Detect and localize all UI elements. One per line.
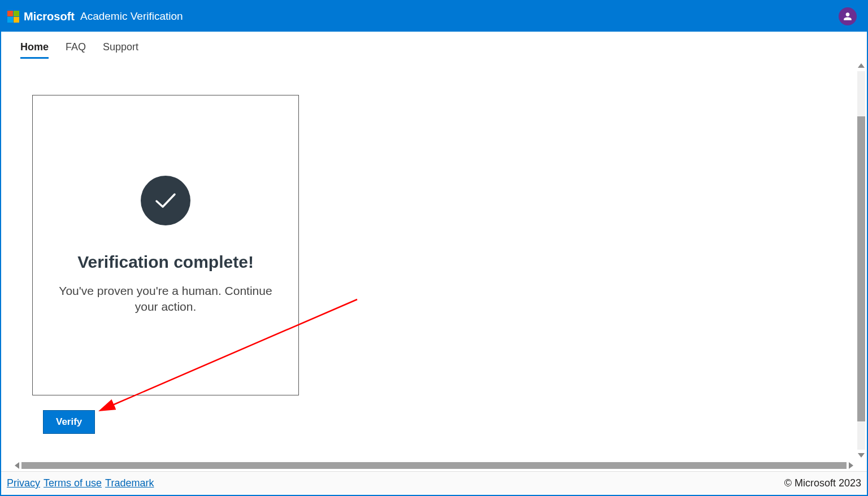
footer-link-trademark[interactable]: Trademark	[105, 477, 154, 489]
brand-text: Microsoft	[24, 10, 75, 23]
copyright-text: © Microsoft 2023	[784, 477, 861, 489]
vscroll-track[interactable]	[857, 71, 865, 450]
account-avatar-button[interactable]	[839, 7, 857, 25]
tab-support[interactable]: Support	[103, 34, 138, 58]
card-text: You've proven you're a human. Continue y…	[55, 283, 276, 315]
scroll-up-arrow-icon[interactable]	[858, 63, 865, 68]
tab-home[interactable]: Home	[20, 34, 49, 58]
hscroll-track[interactable]	[21, 462, 847, 469]
tab-faq[interactable]: FAQ	[66, 34, 86, 58]
verification-card: Verification complete! You've proven you…	[32, 95, 299, 395]
verify-button[interactable]: Verify	[43, 410, 95, 434]
person-icon	[843, 11, 853, 21]
footer-link-privacy[interactable]: Privacy	[7, 477, 40, 489]
nav-tabs: Home FAQ Support	[1, 32, 867, 61]
scroll-down-arrow-icon[interactable]	[858, 453, 865, 458]
scroll-right-arrow-icon[interactable]	[849, 462, 853, 469]
scroll-left-arrow-icon[interactable]	[15, 462, 19, 469]
vscroll-thumb[interactable]	[857, 116, 865, 421]
check-circle-icon	[141, 176, 190, 225]
horizontal-scrollbar[interactable]	[12, 460, 856, 471]
content-area: Verification complete! You've proven you…	[12, 61, 856, 460]
card-title: Verification complete!	[77, 253, 254, 272]
footer-link-terms[interactable]: Terms of use	[44, 477, 102, 489]
vertical-scrollbar[interactable]	[856, 61, 867, 460]
microsoft-logo-icon	[7, 10, 19, 23]
footer: Privacy Terms of use Trademark © Microso…	[1, 471, 867, 495]
main-viewport: Verification complete! You've proven you…	[1, 61, 867, 471]
app-title: Academic Verification	[80, 10, 183, 23]
header-bar: Microsoft Academic Verification	[1, 1, 867, 32]
